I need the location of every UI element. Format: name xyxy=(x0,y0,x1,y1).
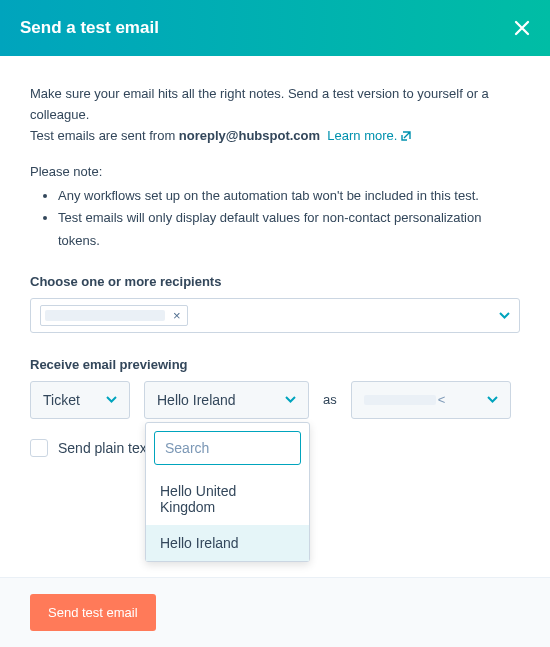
close-button[interactable] xyxy=(514,20,530,36)
recipients-label: Choose one or more recipients xyxy=(30,274,520,289)
preview-record-value: Hello Ireland xyxy=(157,392,236,408)
recipients-input[interactable]: × xyxy=(30,298,520,333)
preview-dropdown: Hello United Kingdom Hello Ireland xyxy=(145,422,310,562)
sender-email: noreply@hubspot.com xyxy=(179,128,320,143)
dropdown-search-box xyxy=(154,431,301,465)
close-icon xyxy=(514,20,530,36)
send-test-email-button[interactable]: Send test email xyxy=(30,594,156,631)
learn-more-label: Learn more. xyxy=(327,126,397,147)
contact-blur xyxy=(364,395,436,405)
note-item: Any workflows set up on the automation t… xyxy=(58,185,520,207)
preview-type-value: Ticket xyxy=(43,392,80,408)
dropdown-search-wrap xyxy=(146,423,309,473)
chip-remove-button[interactable]: × xyxy=(171,308,183,323)
dropdown-item[interactable]: Hello Ireland xyxy=(146,525,309,561)
modal-title: Send a test email xyxy=(20,18,159,38)
chevron-down-icon xyxy=(499,312,510,319)
preview-contact-select[interactable]: < xyxy=(351,381,511,419)
please-note-label: Please note: xyxy=(30,164,520,179)
intro-line1: Make sure your email hits all the right … xyxy=(30,86,489,122)
search-input[interactable] xyxy=(165,440,340,456)
intro-line2-prefix: Test emails are sent from xyxy=(30,128,179,143)
contact-placeholder: < xyxy=(364,392,487,407)
preview-row: Ticket Hello Ireland Hello United Kingdo… xyxy=(30,381,520,419)
external-link-icon xyxy=(400,130,412,142)
preview-label: Receive email previewing xyxy=(30,357,520,372)
modal-body: Make sure your email hits all the right … xyxy=(0,56,550,577)
preview-type-select[interactable]: Ticket xyxy=(30,381,130,419)
as-label: as xyxy=(323,392,337,407)
modal-footer: Send test email xyxy=(0,577,550,647)
notes-list: Any workflows set up on the automation t… xyxy=(30,185,520,251)
preview-record-select[interactable]: Hello Ireland Hello United Kingdom Hello… xyxy=(144,381,309,419)
chevron-down-icon xyxy=(285,396,296,403)
modal-header: Send a test email xyxy=(0,0,550,56)
chevron-down-icon xyxy=(487,396,498,403)
angle-char: < xyxy=(438,392,446,407)
learn-more-link[interactable]: Learn more. xyxy=(327,126,412,147)
note-item: Test emails will only display default va… xyxy=(58,207,520,251)
dropdown-item[interactable]: Hello United Kingdom xyxy=(146,473,309,525)
plaintext-checkbox[interactable] xyxy=(30,439,48,457)
intro-text: Make sure your email hits all the right … xyxy=(30,84,520,146)
recipient-chip-text xyxy=(45,310,165,321)
recipient-chip: × xyxy=(40,305,188,326)
chevron-down-icon xyxy=(106,396,117,403)
